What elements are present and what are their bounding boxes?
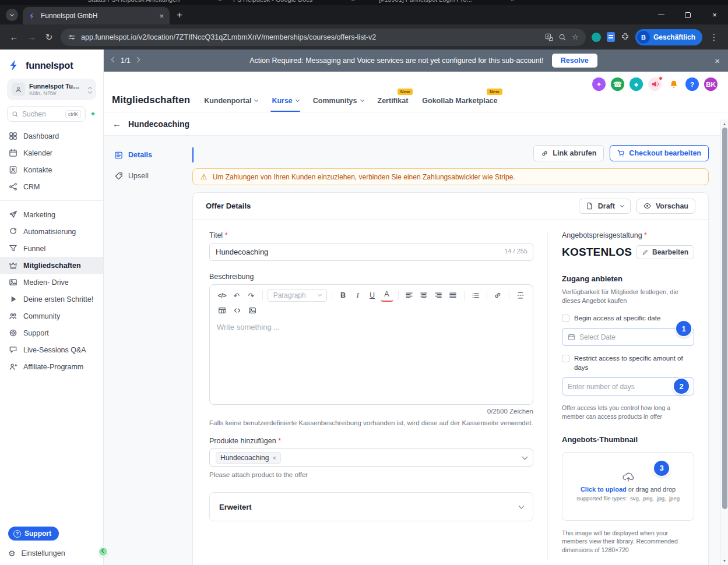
access-days-field[interactable]: 2 — [562, 377, 694, 396]
products-select[interactable]: Hundecoaching × — [209, 449, 533, 467]
sidebar-search-input[interactable]: Suchen ctrlK — [7, 106, 86, 122]
search-lens-icon[interactable] — [558, 33, 567, 41]
back-button[interactable]: ← — [8, 32, 20, 42]
ai-spark-icon[interactable]: ✦ — [90, 110, 96, 118]
restrict-access-option[interactable]: Restrict access to specific amount of da… — [562, 354, 694, 372]
launchpad-icon[interactable]: ◆ — [629, 77, 643, 91]
scroll-up-icon[interactable]: ▲ — [723, 121, 726, 127]
sidebar-item-live-sessions[interactable]: Live-Sessions Q&A — [0, 341, 103, 358]
chip-remove-icon[interactable]: × — [272, 454, 276, 461]
undo-icon[interactable]: ↶ — [230, 289, 243, 302]
redo-icon[interactable]: ↷ — [245, 289, 258, 302]
bookmark-star-icon[interactable]: ☆ — [572, 33, 579, 41]
banner-close-icon[interactable]: × — [715, 56, 720, 66]
access-date-field[interactable]: 1 — [562, 328, 694, 346]
minimize-button[interactable] — [648, 5, 674, 24]
description-editor-content[interactable]: Write something ... — [210, 317, 533, 404]
sidebar-item-automatisierung[interactable]: Automatisierung — [0, 223, 103, 240]
browser-menu-icon[interactable]: ⋮ — [708, 32, 720, 43]
browser-profile-chip[interactable]: B Geschäftlich — [635, 29, 702, 45]
extension-docs-icon[interactable] — [607, 32, 615, 42]
italic-icon[interactable]: I — [351, 289, 364, 302]
bold-icon[interactable]: B — [337, 289, 350, 302]
site-settings-icon[interactable] — [68, 33, 76, 41]
sidebar-collapse-toggle[interactable] — [98, 546, 108, 557]
sidebar-item-crm[interactable]: CRM — [0, 178, 103, 195]
browser-tab[interactable]: Funnelspot GmbH × — [23, 7, 170, 24]
sidebar-item-affiliate[interactable]: Affiliate-Programm — [0, 358, 103, 375]
paragraph-style-select[interactable]: Paragraph — [268, 289, 327, 302]
begin-access-checkbox[interactable] — [562, 315, 569, 322]
description-editor[interactable]: </> ↶ ↷ Paragraph B I U A — [209, 284, 533, 405]
tab-communitys[interactable]: Communitys — [313, 97, 364, 112]
tab-gokollab-marketplace[interactable]: Gokollab MarketplaceNew — [422, 97, 497, 112]
insert-table-icon[interactable] — [216, 304, 228, 317]
tab-kundenportal[interactable]: Kundenportal — [204, 97, 258, 112]
thumbnail-upload-dropzone[interactable]: Click to upload or drag and drop Support… — [562, 452, 694, 521]
address-bar[interactable]: app.funnelspot.io/v2/location/7ZTIfNccQ3… — [61, 29, 586, 46]
insert-link-icon[interactable] — [491, 289, 504, 302]
account-switcher[interactable]: Funnelspot Tutoria... Köln, NRW — [7, 79, 96, 100]
notifications-bell-icon[interactable] — [667, 77, 680, 91]
settings-button[interactable]: ⚙ Einstellungen — [8, 549, 95, 558]
extension-icon[interactable] — [592, 33, 601, 42]
url-text[interactable]: app.funnelspot.io/v2/location/7ZTIfNccQ3… — [81, 33, 540, 41]
access-date-input[interactable] — [579, 333, 688, 341]
page-scrollbar[interactable]: ▲ ▼ — [720, 119, 728, 565]
sidebar-item-medien-drive[interactable]: Medien- Drive — [0, 274, 103, 291]
status-dropdown[interactable]: Draft — [579, 199, 631, 214]
maximize-button[interactable] — [674, 5, 701, 24]
pager-prev-icon[interactable] — [111, 57, 117, 63]
resolve-button[interactable]: Resolve — [552, 54, 597, 68]
sidebar-item-community[interactable]: Community — [0, 308, 103, 324]
forward-button[interactable]: → — [26, 32, 37, 42]
new-tab-button[interactable]: + — [177, 9, 182, 21]
scroll-down-icon[interactable]: ▼ — [723, 557, 726, 564]
extensions-puzzle-icon[interactable] — [621, 33, 629, 41]
preview-button[interactable]: Vorschau — [636, 199, 695, 214]
advanced-section-toggle[interactable]: Erweitert — [209, 492, 533, 521]
rail-item-upsell[interactable]: Upsell — [110, 167, 192, 185]
edit-price-button[interactable]: Bearbeiten — [636, 245, 694, 259]
ai-assistant-icon[interactable]: ✦ — [592, 77, 606, 91]
sidebar-item-marketing[interactable]: Marketing — [0, 206, 103, 223]
code-block-icon[interactable] — [231, 304, 244, 317]
announcements-icon[interactable] — [648, 77, 662, 91]
translate-icon[interactable]: A — [545, 33, 553, 41]
phone-icon[interactable]: ☎ — [611, 77, 624, 91]
rail-item-details[interactable]: Details — [110, 146, 192, 164]
bullet-list-icon[interactable] — [469, 289, 482, 302]
sidebar-item-funnel[interactable]: Funnel — [0, 240, 103, 257]
get-link-button[interactable]: Link abrufen — [533, 145, 604, 161]
title-input[interactable] — [209, 243, 533, 261]
scrollbar-thumb[interactable] — [722, 128, 727, 509]
text-color-icon[interactable]: A — [381, 289, 393, 302]
align-left-icon[interactable] — [403, 289, 416, 302]
align-justify-icon[interactable] — [446, 289, 459, 302]
support-button[interactable]: ? Support — [8, 527, 59, 541]
page-break-icon[interactable] — [514, 289, 527, 302]
tab-kurse[interactable]: Kurse — [272, 97, 298, 112]
help-circle-icon[interactable]: ? — [685, 77, 699, 91]
tab-zertifikat[interactable]: ZertifikatNew — [378, 97, 409, 112]
align-right-icon[interactable] — [432, 289, 445, 302]
begin-access-option[interactable]: Begin access at specific date — [562, 314, 694, 323]
window-close-button[interactable]: × — [701, 5, 728, 24]
sidebar-item-kontakte[interactable]: Kontakte — [0, 161, 103, 178]
sidebar-item-dashboard[interactable]: Dashboard — [0, 128, 103, 144]
reload-button[interactable]: ↻ — [43, 32, 55, 43]
restrict-access-checkbox[interactable] — [562, 355, 569, 362]
tab-close-icon[interactable]: × — [159, 12, 164, 20]
sidebar-item-mitgliedschaften[interactable]: Mitgliedschaften — [0, 257, 103, 274]
sidebar-item-kalender[interactable]: Kalender — [0, 144, 103, 161]
insert-image-icon[interactable] — [246, 304, 259, 317]
sidebar-item-support[interactable]: Support — [0, 324, 103, 341]
source-code-icon[interactable]: </> — [216, 289, 228, 302]
underline-icon[interactable]: U — [366, 289, 379, 302]
click-to-upload-link[interactable]: Click to upload — [581, 486, 627, 493]
access-days-input[interactable] — [568, 383, 688, 391]
tab-search-button[interactable] — [6, 9, 18, 21]
user-avatar[interactable]: BK — [704, 77, 718, 91]
align-center-icon[interactable] — [417, 289, 430, 302]
edit-checkout-button[interactable]: Checkout bearbeiten — [610, 145, 709, 161]
